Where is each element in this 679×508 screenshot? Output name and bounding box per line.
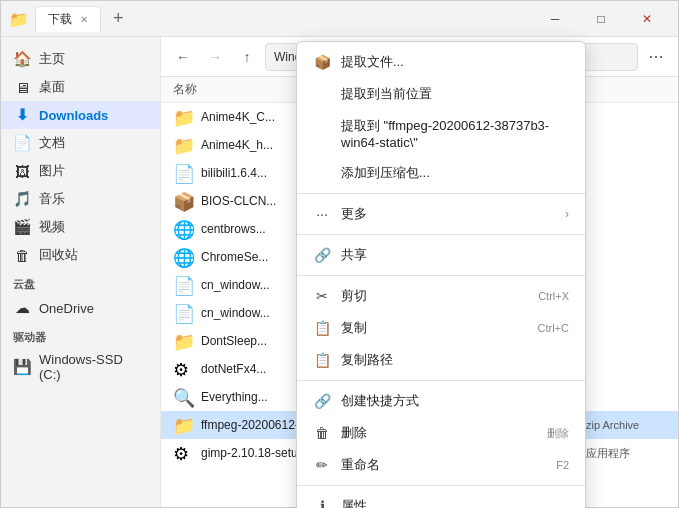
ctx-shortcut-label: 创建快捷方式 [341, 392, 419, 410]
copy-shortcut: Ctrl+C [538, 322, 569, 334]
ctx-properties-label: 属性 [341, 497, 367, 508]
music-icon: 🎵 [13, 190, 31, 208]
sidebar-item-recycle[interactable]: 🗑 回收站 [1, 241, 160, 269]
sidebar-item-onedrive[interactable]: ☁ OneDrive [1, 294, 160, 322]
ctx-cut[interactable]: ✂ 剪切 Ctrl+X [297, 280, 585, 312]
archive-icon: 📁 [173, 415, 193, 435]
ctx-divider-2 [297, 234, 585, 235]
sidebar-item-windows-ssd[interactable]: 💾 Windows-SSD (C:) [1, 347, 160, 387]
tab-label: 下载 [48, 11, 72, 28]
sidebar-item-pictures[interactable]: 🖼 图片 [1, 157, 160, 185]
home-icon: 🏠 [13, 50, 31, 68]
sidebar-item-downloads[interactable]: ⬇ Downloads [1, 101, 160, 129]
cut-shortcut: Ctrl+X [538, 290, 569, 302]
ctx-more[interactable]: ··· 更多 › [297, 198, 585, 230]
sidebar-item-documents[interactable]: 📄 文档 [1, 129, 160, 157]
forward-button[interactable]: → [201, 43, 229, 71]
videos-icon: 🎬 [13, 218, 31, 236]
titlebar-tab[interactable]: 下载 ✕ [35, 6, 101, 32]
copy-path-icon: 📋 [313, 352, 331, 368]
sidebar-label-music: 音乐 [39, 190, 65, 208]
maximize-btn[interactable]: □ [578, 1, 624, 37]
documents-icon: 📄 [13, 134, 31, 152]
sidebar-item-home[interactable]: 🏠 主页 [1, 45, 160, 73]
ctx-add-archive-label: 添加到压缩包... [341, 164, 430, 182]
sidebar-label-documents: 文档 [39, 134, 65, 152]
copy-icon: 📋 [313, 320, 331, 336]
file-type: zip Archive [586, 419, 666, 431]
more-icon: ··· [313, 206, 331, 222]
sidebar-label-videos: 视频 [39, 218, 65, 236]
ctx-extract-label: 提取文件... [341, 53, 404, 71]
ctx-divider-4 [297, 380, 585, 381]
cloud-section-title: 云盘 [1, 269, 160, 294]
context-menu: 📦 提取文件... 提取到当前位置 提取到 "ffmpeg-20200612-3… [296, 41, 586, 508]
ctx-delete-label: 删除 [341, 424, 367, 442]
folder-icon: 📁 [173, 135, 193, 155]
ctx-shortcut[interactable]: 🔗 创建快捷方式 [297, 385, 585, 417]
properties-icon: ℹ [313, 498, 331, 508]
tab-close-btn[interactable]: ✕ [80, 14, 88, 25]
ctx-copy[interactable]: 📋 复制 Ctrl+C [297, 312, 585, 344]
drive-icon: 💾 [13, 358, 31, 376]
ctx-add-archive[interactable]: 添加到压缩包... [297, 157, 585, 189]
extract-icon: 📦 [313, 54, 331, 70]
sidebar: 🏠 主页 🖥 桌面 ⬇ Downloads 📄 文档 🖼 图片 🎵 音乐 [1, 37, 161, 507]
sidebar-item-music[interactable]: 🎵 音乐 [1, 185, 160, 213]
exe-icon: ⚙ [173, 443, 193, 463]
ctx-extract-to[interactable]: 提取到 "ffmpeg-20200612-38737b3-win64-stati… [297, 110, 585, 157]
ctx-cut-label: 剪切 [341, 287, 367, 305]
ctx-copy-label: 复制 [341, 319, 367, 337]
share-icon: 🔗 [313, 247, 331, 263]
sidebar-item-desktop[interactable]: 🖥 桌面 [1, 73, 160, 101]
minimize-btn[interactable]: ─ [532, 1, 578, 37]
sidebar-item-videos[interactable]: 🎬 视频 [1, 213, 160, 241]
ctx-rename[interactable]: ✏ 重命名 F2 [297, 449, 585, 481]
ctx-delete[interactable]: 🗑 删除 删除 [297, 417, 585, 449]
new-tab-btn[interactable]: + [105, 8, 132, 29]
ctx-extract-here-label: 提取到当前位置 [341, 85, 432, 103]
sidebar-label-onedrive: OneDrive [39, 301, 94, 316]
file-icon: 📄 [173, 163, 193, 183]
window-controls: ─ □ ✕ [532, 1, 670, 37]
file-icon: 🌐 [173, 219, 193, 239]
ctx-copy-path[interactable]: 📋 复制路径 [297, 344, 585, 376]
back-button[interactable]: ← [169, 43, 197, 71]
sidebar-label-home: 主页 [39, 50, 65, 68]
ctx-more-label: 更多 [341, 205, 367, 223]
downloads-icon: ⬇ [13, 106, 31, 124]
ctx-divider-1 [297, 193, 585, 194]
up-button[interactable]: ↑ [233, 43, 261, 71]
ctx-extract[interactable]: 📦 提取文件... [297, 46, 585, 78]
delete-shortcut: 删除 [547, 426, 569, 441]
ctx-share[interactable]: 🔗 共享 [297, 239, 585, 271]
sidebar-label-recycle: 回收站 [39, 246, 78, 264]
sidebar-label-windows-ssd: Windows-SSD (C:) [39, 352, 148, 382]
ctx-extract-here[interactable]: 提取到当前位置 [297, 78, 585, 110]
desktop-icon: 🖥 [13, 79, 31, 96]
drives-section-title: 驱动器 [1, 322, 160, 347]
rename-shortcut: F2 [556, 459, 569, 471]
more-options-button[interactable]: ··· [642, 43, 670, 71]
rename-icon: ✏ [313, 457, 331, 473]
file-icon: 🔍 [173, 387, 193, 407]
ctx-divider-3 [297, 275, 585, 276]
folder-icon: 📁 [173, 107, 193, 127]
cut-icon: ✂ [313, 288, 331, 304]
ctx-properties[interactable]: ℹ 属性 [297, 490, 585, 508]
ctx-extract-to-label: 提取到 "ffmpeg-20200612-38737b3-win64-stati… [341, 117, 569, 150]
sidebar-label-pictures: 图片 [39, 162, 65, 180]
file-type: 应用程序 [586, 446, 666, 461]
file-icon: 🌐 [173, 247, 193, 267]
file-icon: 📄 [173, 303, 193, 323]
ctx-share-label: 共享 [341, 246, 367, 264]
recycle-icon: 🗑 [13, 247, 31, 264]
close-btn[interactable]: ✕ [624, 1, 670, 37]
titlebar: 📁 下载 ✕ + ─ □ ✕ [1, 1, 678, 37]
delete-icon: 🗑 [313, 425, 331, 441]
create-shortcut-icon: 🔗 [313, 393, 331, 409]
ctx-copy-path-label: 复制路径 [341, 351, 393, 369]
folder-icon: 📁 [173, 331, 193, 351]
sidebar-label-desktop: 桌面 [39, 78, 65, 96]
more-arrow-icon: › [565, 207, 569, 221]
